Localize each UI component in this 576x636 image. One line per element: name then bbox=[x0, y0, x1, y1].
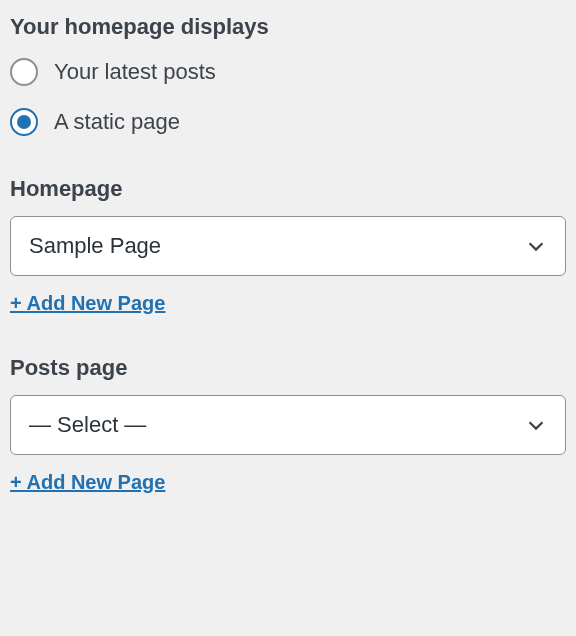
posts-page-select[interactable]: — Select — bbox=[10, 395, 566, 455]
homepage-label: Homepage bbox=[10, 176, 566, 202]
chevron-down-icon bbox=[525, 414, 547, 436]
radio-indicator bbox=[10, 108, 38, 136]
posts-page-label: Posts page bbox=[10, 355, 566, 381]
radio-label: Your latest posts bbox=[54, 59, 216, 85]
homepage-field: Homepage Sample Page + Add New Page bbox=[10, 176, 566, 315]
radio-label: A static page bbox=[54, 109, 180, 135]
posts-page-select-value: — Select — bbox=[29, 412, 525, 438]
homepage-displays-section: Your homepage displays Your latest posts… bbox=[10, 14, 566, 494]
radio-indicator bbox=[10, 58, 38, 86]
homepage-select-value: Sample Page bbox=[29, 233, 525, 259]
radio-dot bbox=[17, 115, 31, 129]
radio-option-static-page[interactable]: A static page bbox=[10, 108, 566, 136]
add-new-page-homepage[interactable]: + Add New Page bbox=[10, 292, 165, 315]
homepage-select[interactable]: Sample Page bbox=[10, 216, 566, 276]
posts-page-field: Posts page — Select — + Add New Page bbox=[10, 355, 566, 494]
homepage-display-radio-group: Your latest posts A static page bbox=[10, 58, 566, 136]
add-new-page-posts[interactable]: + Add New Page bbox=[10, 471, 165, 494]
chevron-down-icon bbox=[525, 235, 547, 257]
section-title: Your homepage displays bbox=[10, 14, 566, 40]
radio-option-latest-posts[interactable]: Your latest posts bbox=[10, 58, 566, 86]
